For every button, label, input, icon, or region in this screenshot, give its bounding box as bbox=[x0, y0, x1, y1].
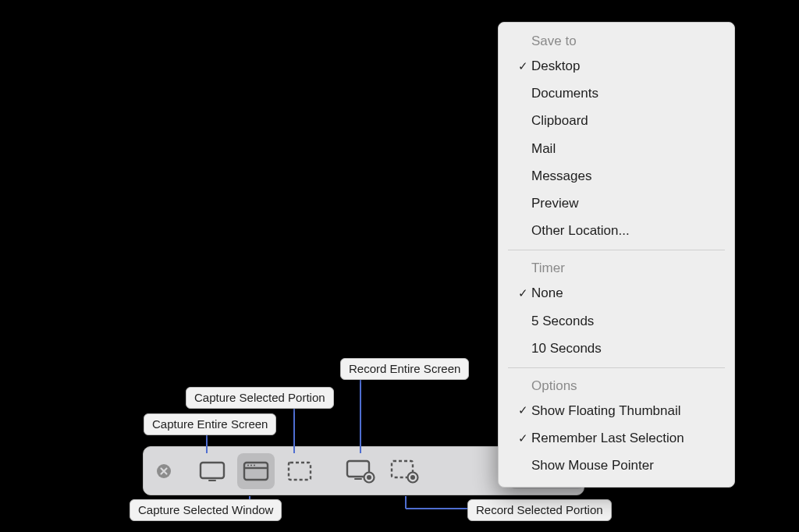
check-icon: ✓ bbox=[514, 284, 531, 303]
screen-icon bbox=[199, 460, 225, 482]
menu-item-timer-none[interactable]: ✓None bbox=[499, 279, 734, 307]
callout-capture-selected-window: Capture Selected Window bbox=[130, 499, 282, 521]
svg-rect-10 bbox=[354, 478, 362, 480]
menu-item-label: Clipboard bbox=[531, 110, 588, 131]
check-icon: ✓ bbox=[514, 401, 531, 420]
svg-point-6 bbox=[250, 464, 252, 466]
capture-selected-window-button[interactable] bbox=[237, 453, 275, 489]
menu-item-timer-5s[interactable]: 5 Seconds bbox=[499, 307, 734, 335]
svg-rect-8 bbox=[289, 463, 311, 480]
svg-point-12 bbox=[367, 475, 371, 480]
window-icon bbox=[243, 460, 269, 482]
selection-record-icon bbox=[389, 459, 419, 484]
selection-icon bbox=[286, 460, 313, 482]
menu-item-label: 5 Seconds bbox=[531, 310, 594, 332]
menu-item-documents[interactable]: Documents bbox=[499, 80, 734, 107]
callout-capture-selected-portion: Capture Selected Portion bbox=[186, 387, 334, 409]
menu-item-clipboard[interactable]: Clipboard bbox=[499, 107, 734, 134]
callout-label: Record Entire Screen bbox=[349, 362, 460, 375]
menu-item-messages[interactable]: Messages bbox=[499, 162, 734, 190]
menu-item-other-location[interactable]: Other Location... bbox=[499, 217, 734, 244]
svg-point-5 bbox=[247, 464, 249, 466]
callout-record-entire-screen: Record Entire Screen bbox=[340, 358, 469, 380]
menu-divider bbox=[508, 367, 725, 368]
check-icon: ✓ bbox=[514, 57, 531, 76]
callout-label: Capture Entire Screen bbox=[152, 417, 268, 431]
capture-group bbox=[190, 453, 321, 489]
svg-point-7 bbox=[254, 464, 255, 466]
menu-item-label: Remember Last Selection bbox=[531, 427, 684, 449]
svg-rect-1 bbox=[201, 463, 224, 478]
menu-item-label: Show Mouse Pointer bbox=[531, 455, 654, 476]
menu-item-preview[interactable]: Preview bbox=[499, 190, 734, 217]
record-entire-screen-button[interactable] bbox=[342, 453, 379, 489]
menu-item-label: None bbox=[531, 282, 563, 303]
capture-entire-screen-button[interactable] bbox=[194, 453, 231, 489]
callout-capture-entire-screen: Capture Entire Screen bbox=[144, 413, 276, 435]
menu-item-mail[interactable]: Mail bbox=[499, 135, 734, 162]
menu-section-title-timer: Timer bbox=[499, 256, 734, 279]
menu-item-remember-selection[interactable]: ✓Remember Last Selection bbox=[499, 424, 734, 452]
menu-item-label: Other Location... bbox=[531, 220, 630, 241]
close-icon bbox=[155, 463, 172, 480]
close-button[interactable] bbox=[154, 462, 173, 481]
menu-section-title-save-to: Save to bbox=[499, 29, 734, 52]
callout-label: Capture Selected Window bbox=[138, 503, 273, 516]
menu-item-label: Messages bbox=[531, 165, 591, 186]
screen-record-icon bbox=[346, 459, 375, 484]
callout-label: Record Selected Portion bbox=[476, 503, 603, 516]
menu-item-show-pointer[interactable]: Show Mouse Pointer bbox=[499, 452, 734, 479]
menu-item-label: Desktop bbox=[531, 55, 580, 76]
callout-label: Capture Selected Portion bbox=[194, 391, 325, 404]
menu-section-title-options: Options bbox=[499, 374, 734, 397]
menu-item-floating-thumbnail[interactable]: ✓Show Floating Thumbnail bbox=[499, 397, 734, 424]
menu-item-label: 10 Seconds bbox=[531, 338, 602, 359]
callout-record-selected-portion: Record Selected Portion bbox=[467, 499, 612, 521]
menu-item-timer-10s[interactable]: 10 Seconds bbox=[499, 335, 734, 362]
record-group bbox=[339, 453, 426, 489]
check-icon: ✓ bbox=[514, 429, 531, 448]
menu-divider bbox=[508, 250, 725, 250]
svg-rect-2 bbox=[208, 480, 216, 481]
capture-selected-portion-button[interactable] bbox=[281, 453, 318, 489]
options-menu: Save to ✓Desktop Documents Clipboard Mai… bbox=[498, 22, 735, 488]
menu-item-label: Preview bbox=[531, 193, 578, 214]
menu-item-label: Documents bbox=[531, 83, 598, 104]
menu-item-label: Mail bbox=[531, 138, 556, 159]
record-selected-portion-button[interactable] bbox=[385, 453, 423, 489]
svg-point-15 bbox=[410, 475, 415, 480]
menu-item-desktop[interactable]: ✓Desktop bbox=[499, 52, 734, 80]
menu-item-label: Show Floating Thumbnail bbox=[531, 400, 681, 421]
